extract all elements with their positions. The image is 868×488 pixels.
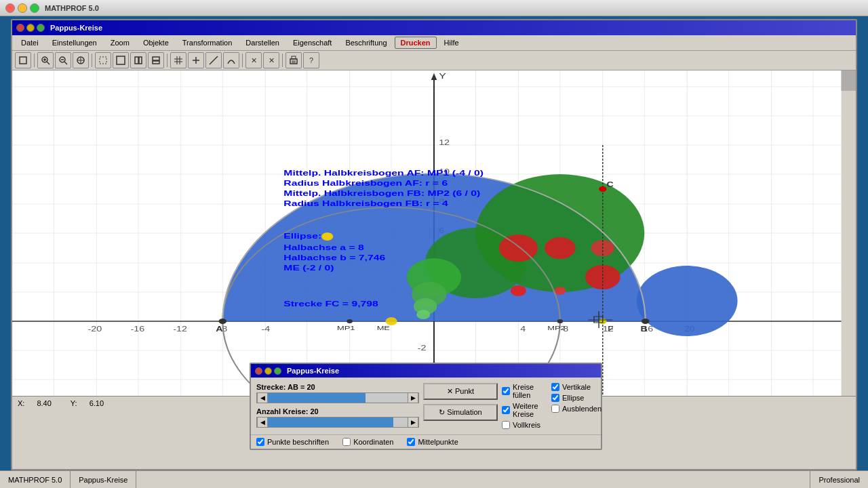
svg-rect-14 (139, 57, 142, 64)
tool-axis[interactable] (188, 52, 204, 68)
check-weitere-kreise[interactable]: Weitere Kreise (502, 402, 540, 418)
cp-max-btn[interactable] (274, 367, 281, 375)
anzahl-right-arrow[interactable]: ▶ (408, 417, 418, 428)
cp-close-btn[interactable] (255, 367, 262, 375)
anzahl-slider-row: Anzahl Kreise: 20 ◀ ▶ (256, 407, 419, 428)
app-status-bar: MATHPROF 5.0 Pappus-Kreise Professional (0, 470, 868, 488)
strecke-label: Strecke: AB = 20 (256, 383, 419, 391)
menu-transformation[interactable]: Transformation (176, 37, 239, 49)
tool-grid[interactable] (170, 52, 186, 68)
svg-point-102 (219, 319, 226, 324)
svg-text:Mittelp. Halbkreisbogen AF: MP: Mittelp. Halbkreisbogen AF: MP1 (-4 / 0) (283, 169, 484, 177)
check-mittelpunkte[interactable]: Mittelpunkte (407, 438, 458, 446)
svg-text:Ellipse:: Ellipse: (283, 232, 321, 240)
maximize-btn[interactable] (30, 3, 39, 13)
svg-marker-64 (431, 73, 437, 80)
check-ellipse[interactable]: Ellipse (551, 394, 601, 402)
menu-hilfe[interactable]: Hilfe (438, 37, 465, 49)
tool-zoom-in[interactable] (37, 52, 54, 68)
svg-text:-12: -12 (173, 325, 187, 333)
menu-objekte[interactable]: Objekte (137, 37, 175, 49)
anzahl-slider[interactable]: ◀ ▶ (256, 417, 419, 428)
x-value: 8.40 (37, 399, 51, 407)
minimize-btn[interactable] (18, 3, 27, 13)
svg-rect-116 (842, 70, 856, 91)
strecke-right-arrow[interactable]: ▶ (408, 392, 418, 403)
check-punkte-beschriften[interactable]: Punkte beschriften (256, 438, 329, 446)
y-value: 6.10 (90, 399, 104, 407)
check-koordinaten[interactable]: Koordinaten (342, 438, 393, 446)
svg-text:Halbachse b = 7,746: Halbachse b = 7,746 (283, 253, 385, 262)
svg-line-23 (210, 56, 218, 64)
tool-zoom-reset[interactable] (73, 52, 89, 68)
btn-punkt[interactable]: ✕ Punkt (423, 383, 498, 400)
tool-t2[interactable] (148, 52, 164, 68)
svg-rect-115 (842, 70, 856, 409)
control-content: Strecke: AB = 20 ◀ ▶ Anzahl Kreise: 20 ◀… (251, 378, 601, 434)
svg-rect-13 (135, 57, 138, 64)
inner-min-btn[interactable] (26, 24, 35, 32)
toolbar-sep-1 (34, 54, 35, 67)
tool-zoom-out[interactable] (55, 52, 71, 68)
check-vertikale[interactable]: Vertikale (551, 383, 601, 391)
anzahl-left-arrow[interactable]: ◀ (257, 417, 268, 428)
svg-line-2 (47, 62, 50, 64)
control-panel-title: Pappus-Kreise (251, 364, 601, 378)
svg-text:A: A (216, 325, 222, 333)
menu-einstellungen[interactable]: Einstellungen (46, 37, 103, 49)
cp-window-controls[interactable] (255, 367, 281, 375)
anzahl-label: Anzahl Kreise: 20 (256, 407, 419, 415)
menu-zoom[interactable]: Zoom (104, 37, 136, 49)
tool-close1[interactable]: ✕ (245, 52, 262, 68)
inner-max-btn[interactable] (37, 24, 45, 32)
svg-text:-4: -4 (261, 325, 270, 333)
tool-pointer[interactable] (15, 52, 31, 68)
menu-drucken[interactable]: Drucken (395, 37, 437, 49)
strecke-left-arrow[interactable]: ◀ (257, 392, 268, 403)
strecke-slider[interactable]: ◀ ▶ (256, 392, 419, 403)
svg-text:Mittelp. Halbkreisbogen FB: MP: Mittelp. Halbkreisbogen FB: MP2 (6 / 0) (283, 189, 480, 197)
check-vollkreis[interactable]: Vollkreis (502, 421, 540, 429)
svg-rect-12 (117, 56, 125, 64)
svg-point-110 (347, 319, 353, 323)
svg-text:-16: -16 (130, 325, 144, 333)
svg-point-96 (511, 285, 526, 296)
cp-checkboxes-col2: Vertikale Ellipse Ausblenden (551, 383, 601, 429)
toolbar-sep-3 (167, 54, 167, 67)
close-btn[interactable] (5, 3, 15, 13)
graph-svg: X Y -20 -16 -12 -8 -4 4 8 12 16 20 2 4 6… (12, 70, 856, 409)
btn-simulation[interactable]: ↻ Simulation (423, 404, 498, 421)
tool-t1[interactable] (130, 52, 146, 68)
svg-text:Strecke FC = 9,798: Strecke FC = 9,798 (283, 300, 378, 308)
cp-buttons: ✕ Punkt ↻ Simulation (423, 383, 498, 429)
tool-help[interactable]: ? (303, 52, 319, 68)
tool-select[interactable] (95, 52, 111, 68)
title-bar: MATHPROF 5.0 (0, 0, 868, 16)
inner-title-bar: Pappus-Kreise (12, 20, 856, 35)
check-ausblenden[interactable]: Ausblenden (551, 405, 601, 413)
inner-close-btn[interactable] (16, 24, 24, 32)
menu-darstellen[interactable]: Darstellen (239, 37, 285, 49)
tool-t3[interactable] (205, 52, 222, 68)
svg-point-122 (321, 232, 333, 241)
anzahl-slider-inner[interactable] (268, 418, 408, 427)
svg-text:-2: -2 (418, 344, 427, 352)
strecke-slider-inner[interactable] (268, 393, 408, 403)
menu-beschriftung[interactable]: Beschriftung (339, 37, 393, 49)
svg-line-6 (64, 62, 67, 64)
tool-t4[interactable] (223, 52, 239, 68)
strecke-slider-row: Strecke: AB = 20 ◀ ▶ (256, 383, 419, 403)
tool-print[interactable] (285, 52, 302, 68)
svg-text:F: F (608, 325, 614, 333)
check-kreise-fullen[interactable]: Kreise füllen (502, 383, 540, 399)
window-controls[interactable] (5, 3, 39, 13)
menu-datei[interactable]: Datei (15, 37, 45, 49)
tool-close2[interactable]: ✕ (263, 52, 279, 68)
graph-area[interactable]: X Y -20 -16 -12 -8 -4 4 8 12 16 20 2 4 6… (12, 70, 856, 409)
inner-window-controls[interactable] (16, 24, 45, 32)
menu-eigenschaft[interactable]: Eigenschaft (287, 37, 338, 49)
cp-min-btn[interactable] (264, 367, 272, 375)
svg-rect-15 (153, 57, 159, 60)
control-panel: Pappus-Kreise Strecke: AB = 20 ◀ ▶ Anzah… (250, 363, 602, 450)
tool-pan[interactable] (113, 52, 129, 68)
